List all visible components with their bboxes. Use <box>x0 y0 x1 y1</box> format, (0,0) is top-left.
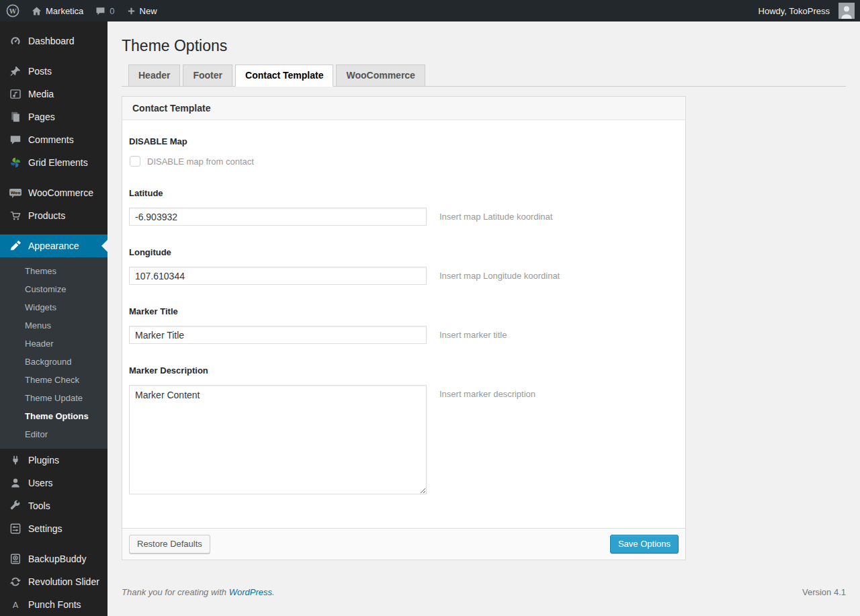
tab-contact-template[interactable]: Contact Template <box>235 64 333 87</box>
sidebar-item-appearance[interactable]: Appearance <box>0 234 108 257</box>
sidebar-item-pages[interactable]: Pages <box>0 105 108 128</box>
sidebar-item-products[interactable]: Products <box>0 204 108 227</box>
checkbox-label: DISABLE map from contact <box>147 157 254 167</box>
sidebar-gap <box>0 227 108 234</box>
punch-fonts-icon: A <box>9 599 22 611</box>
submenu-item-background[interactable]: Background <box>0 353 108 371</box>
submenu-item-theme-update[interactable]: Theme Update <box>0 389 108 407</box>
admin-sidebar: DashboardPostsMediaPagesCommentsGrid Ele… <box>0 21 108 616</box>
admin-bar-right: Howdy, TokoPress <box>752 0 860 21</box>
admin-bar: W Marketica 0 New Howdy, TokoPress <box>0 0 860 21</box>
field-description: Insert marker title <box>439 326 507 340</box>
field-row: Insert marker title <box>129 326 679 344</box>
svg-text:Woo: Woo <box>11 190 21 195</box>
marker-title-input[interactable] <box>129 326 427 344</box>
latitude-input[interactable] <box>129 208 427 226</box>
footer-version: Version 4.1 <box>802 587 846 597</box>
sidebar-item-settings[interactable]: Settings <box>0 517 108 540</box>
sidebar-item-label: Comments <box>28 134 74 145</box>
sidebar-item-label: Dashboard <box>28 36 75 46</box>
sidebar-item-media[interactable]: Media <box>0 83 108 105</box>
sidebar-item-label: Tools <box>28 500 50 511</box>
sidebar-item-plugins[interactable]: Plugins <box>0 449 108 472</box>
sidebar-item-label: Users <box>28 478 53 488</box>
footer-thanks-period: . <box>272 587 275 597</box>
field-row: Insert map Latitude koordinat <box>129 208 679 226</box>
tab-woocommerce[interactable]: WooCommerce <box>336 64 425 86</box>
sidebar-item-label: Revolution Slider <box>28 576 99 587</box>
site-name: Marketica <box>46 6 83 16</box>
footer-thanks-text: Thank you for creating with <box>122 587 226 597</box>
sidebar-item-label: Media <box>28 89 54 99</box>
sidebar-item-backupbuddy[interactable]: BackupBuddy <box>0 547 108 570</box>
submenu-item-editor[interactable]: Editor <box>0 425 108 443</box>
field-disable-map: DISABLE MapDISABLE map from contact <box>129 136 679 167</box>
sidebar-item-label: Pages <box>28 112 55 122</box>
comment-count: 0 <box>110 6 114 16</box>
sidebar-item-posts[interactable]: Posts <box>0 60 108 83</box>
plug-icon <box>9 454 22 466</box>
submenu-item-customize[interactable]: Customize <box>0 280 108 298</box>
field-row: Marker ContentInsert marker description <box>129 385 679 494</box>
sidebar-item-tools[interactable]: Tools <box>0 494 108 517</box>
tab-footer[interactable]: Footer <box>183 64 232 86</box>
sidebar-gap <box>0 174 108 181</box>
svg-text:A: A <box>13 600 19 610</box>
sidebar-item-grid-elements[interactable]: Grid Elements <box>0 151 108 174</box>
sidebar-item-comments[interactable]: Comments <box>0 128 108 151</box>
sidebar-item-users[interactable]: Users <box>0 472 108 494</box>
submenu-item-themes[interactable]: Themes <box>0 262 108 280</box>
panel-title: Contact Template <box>122 97 685 120</box>
sidebar-item-revolution-slider[interactable]: Revolution Slider <box>0 570 108 593</box>
appearance-submenu: ThemesCustomizeWidgetsMenusHeaderBackgro… <box>0 257 108 449</box>
comments-icon <box>9 134 22 146</box>
comment-bubble-icon <box>95 6 105 16</box>
field-label: DISABLE Map <box>129 136 679 146</box>
comments-link[interactable]: 0 <box>89 0 120 21</box>
submenu-item-header[interactable]: Header <box>0 335 108 353</box>
site-name-link[interactable]: Marketica <box>26 0 89 21</box>
pages-icon <box>9 111 22 123</box>
submenu-item-theme-check[interactable]: Theme Check <box>0 371 108 389</box>
submenu-item-theme-options[interactable]: Theme Options <box>0 407 108 425</box>
panel-footer: Restore Defaults Save Options <box>122 528 685 560</box>
field-label: Marker Description <box>129 365 679 376</box>
tabs-bar: HeaderFooterContact TemplateWooCommerce <box>122 64 846 87</box>
sidebar-item-label: Grid Elements <box>28 157 88 168</box>
new-label: New <box>140 6 157 16</box>
user-icon <box>9 477 22 489</box>
field-longitude: LongitudeInsert map Longitude koordinat <box>129 247 679 285</box>
wordpress-logo-icon: W <box>6 4 19 17</box>
sidebar-item-punch-fonts[interactable]: APunch Fonts <box>0 593 108 616</box>
cart-icon <box>9 210 22 222</box>
disable-map-checkbox[interactable] <box>130 156 140 167</box>
sidebar-item-label: Products <box>28 210 65 221</box>
submenu-item-menus[interactable]: Menus <box>0 316 108 335</box>
media-icon <box>9 88 22 100</box>
footer-thanks: Thank you for creating with WordPress. <box>122 587 275 597</box>
wp-logo-button[interactable]: W <box>0 0 26 21</box>
longitude-input[interactable] <box>129 267 427 285</box>
new-content-link[interactable]: New <box>121 0 163 21</box>
field-description: Insert map Longitude koordinat <box>439 267 560 281</box>
theme-options-panel: Contact Template DISABLE MapDISABLE map … <box>122 96 686 560</box>
plus-icon <box>127 7 136 15</box>
sidebar-item-label: Posts <box>28 66 52 77</box>
dashboard-icon <box>9 35 22 47</box>
field-row: Insert map Longitude koordinat <box>129 267 679 285</box>
wordpress-link[interactable]: WordPress <box>229 587 272 597</box>
sidebar-gap <box>0 52 108 60</box>
marker-description-textarea[interactable]: Marker Content <box>129 385 427 494</box>
sidebar-item-dashboard[interactable]: Dashboard <box>0 30 108 52</box>
submenu-item-widgets[interactable]: Widgets <box>0 298 108 316</box>
field-marker-description: Marker DescriptionMarker ContentInsert m… <box>129 365 679 494</box>
howdy-link[interactable]: Howdy, TokoPress <box>752 0 855 21</box>
settings-icon <box>9 523 22 535</box>
page-footer: Thank you for creating with WordPress. V… <box>122 587 846 597</box>
tab-header[interactable]: Header <box>128 64 180 86</box>
sidebar-item-woocommerce[interactable]: WooWooCommerce <box>0 181 108 204</box>
pushpin-icon <box>9 65 22 77</box>
restore-defaults-button[interactable]: Restore Defaults <box>129 535 210 554</box>
page-title: Theme Options <box>122 36 846 56</box>
save-options-button[interactable]: Save Options <box>610 535 679 554</box>
